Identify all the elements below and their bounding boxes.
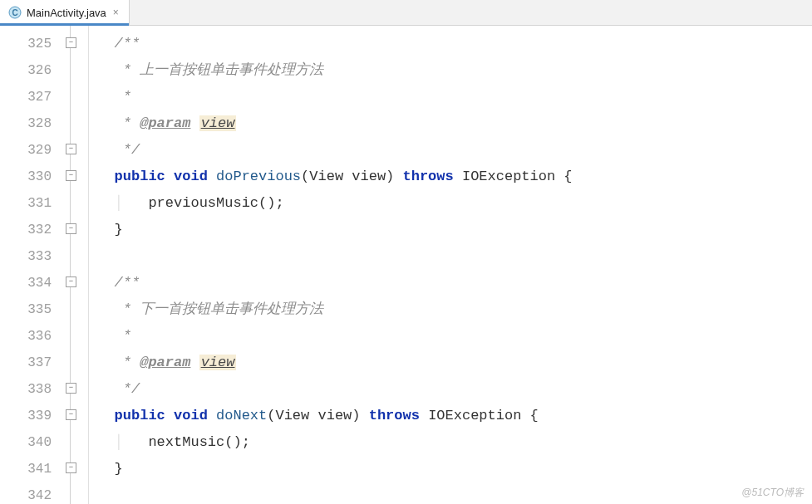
fold-icon[interactable]: − (66, 383, 76, 394)
code-line[interactable]: /** (89, 270, 812, 296)
line-number: 328 (0, 110, 58, 137)
fold-icon[interactable]: − (66, 409, 76, 420)
fold-icon[interactable]: − (66, 170, 76, 181)
line-number: 341 (0, 456, 58, 482)
fold-icon[interactable]: − (66, 37, 76, 48)
code-editor[interactable]: 3253263273283293303313323333343353363373… (0, 26, 812, 504)
line-number: 331 (0, 190, 58, 217)
line-number: 325 (0, 31, 58, 57)
line-number: 332 (0, 217, 58, 243)
line-number: 337 (0, 350, 58, 376)
code-line[interactable]: * @param view (89, 110, 812, 137)
code-line[interactable]: public void doNext(View view) throws IOE… (89, 403, 812, 429)
line-number: 333 (0, 243, 58, 270)
line-number: 335 (0, 296, 58, 323)
line-number: 340 (0, 429, 58, 456)
close-icon[interactable]: × (111, 7, 121, 18)
fold-icon[interactable]: − (66, 462, 76, 473)
fold-icon[interactable]: − (66, 276, 76, 287)
line-number: 338 (0, 376, 58, 403)
code-line[interactable]: │ previousMusic(); (89, 190, 812, 217)
code-line[interactable]: /** (89, 31, 812, 57)
fold-gutter: − − − − − − − − (58, 26, 89, 504)
tab-mainactivity[interactable]: C MainActivity.java × (0, 0, 130, 25)
code-line[interactable] (89, 482, 812, 504)
tab-filename: MainActivity.java (27, 7, 106, 19)
code-line[interactable]: } (89, 456, 812, 482)
line-number: 342 (0, 482, 58, 504)
java-class-icon: C (8, 6, 22, 19)
code-line[interactable]: * (89, 323, 812, 350)
svg-text:C: C (12, 8, 17, 17)
line-number: 339 (0, 403, 58, 429)
fold-icon[interactable]: − (66, 144, 76, 154)
code-line[interactable]: public void doPrevious(View view) throws… (89, 164, 812, 190)
line-number: 336 (0, 323, 58, 350)
watermark: @51CTO博客 (741, 486, 804, 500)
code-line[interactable]: */ (89, 137, 812, 164)
fold-icon[interactable]: − (66, 223, 76, 234)
code-line[interactable]: * (89, 84, 812, 110)
line-number: 329 (0, 137, 58, 164)
code-line[interactable]: } (89, 217, 812, 243)
line-number-gutter: 3253263273283293303313323333343353363373… (0, 26, 58, 504)
code-line[interactable]: * @param view (89, 350, 812, 376)
code-line[interactable]: */ (89, 376, 812, 403)
code-area[interactable]: /** * 上一首按钮单击事件处理方法 * * @param view */ p… (89, 26, 812, 504)
code-line[interactable]: * 上一首按钮单击事件处理方法 (89, 57, 812, 84)
line-number: 334 (0, 270, 58, 296)
fold-guide-line (70, 26, 71, 504)
line-number: 327 (0, 84, 58, 110)
code-line[interactable]: * 下一首按钮单击事件处理方法 (89, 296, 812, 323)
line-number: 326 (0, 57, 58, 84)
code-line[interactable]: │ nextMusic(); (89, 429, 812, 456)
code-line[interactable] (89, 243, 812, 270)
line-number: 330 (0, 164, 58, 190)
tab-bar: C MainActivity.java × (0, 0, 812, 26)
